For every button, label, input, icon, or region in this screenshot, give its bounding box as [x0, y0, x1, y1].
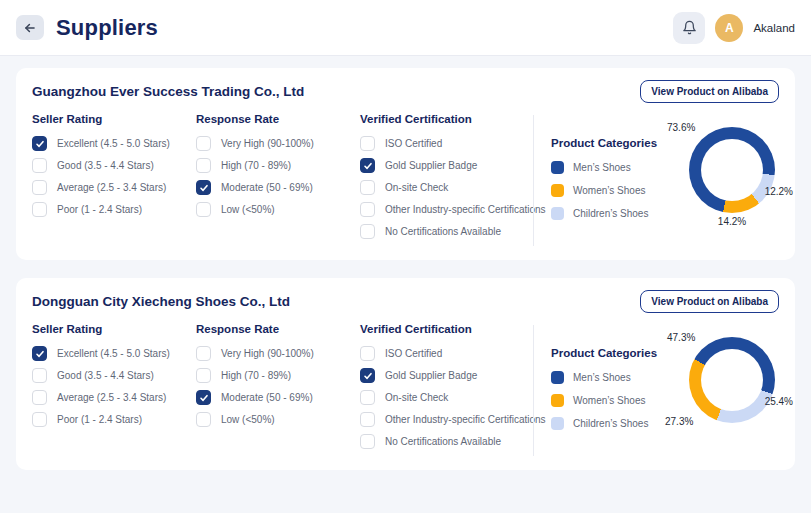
legend-label: Children’s Shoes [573, 208, 648, 219]
filter-option-no-certifications-available[interactable]: No Certifications Available [360, 434, 533, 449]
donut-ring [689, 127, 775, 213]
donut-percent-label-children-s-shoes: 25.4% [765, 396, 793, 407]
bell-icon [682, 20, 697, 35]
filter-option-iso-certified[interactable]: ISO Certified [360, 136, 533, 151]
checkbox-unchecked[interactable] [360, 434, 375, 449]
checkbox-unchecked[interactable] [196, 136, 211, 151]
checkbox-unchecked[interactable] [196, 346, 211, 361]
filter-option-label: Poor (1 - 2.4 Stars) [57, 204, 142, 215]
checkbox-unchecked[interactable] [32, 180, 47, 195]
supplier-name: Guangzhou Ever Success Trading Co., Ltd [32, 84, 304, 99]
checkbox-checked[interactable] [32, 346, 47, 361]
filter-option-excellent-4-5-5-0-stars[interactable]: Excellent (4.5 - 5.0 Stars) [32, 346, 196, 361]
filter-option-moderate-50-69[interactable]: Moderate (50 - 69%) [196, 390, 360, 405]
legend-title: Product Categories [551, 347, 674, 359]
filter-option-iso-certified[interactable]: ISO Certified [360, 346, 533, 361]
filter-option-excellent-4-5-5-0-stars[interactable]: Excellent (4.5 - 5.0 Stars) [32, 136, 196, 151]
filter-option-label: Average (2.5 - 3.4 Stars) [57, 392, 166, 403]
legend-label: Women’s Shoes [573, 395, 645, 406]
filter-option-poor-1-2-4-stars[interactable]: Poor (1 - 2.4 Stars) [32, 202, 196, 217]
checkbox-checked[interactable] [196, 390, 211, 405]
filter-option-label: On-site Check [385, 182, 448, 193]
legend-item-women-s-shoes: Women’s Shoes [551, 184, 674, 197]
checkbox-unchecked[interactable] [196, 368, 211, 383]
supplier-list: Guangzhou Ever Success Trading Co., Ltd … [0, 56, 811, 482]
checkbox-unchecked[interactable] [360, 202, 375, 217]
checkbox-checked[interactable] [360, 158, 375, 173]
filter-option-other-industry-specific-certifications[interactable]: Other Industry-specific Certifications [360, 202, 533, 217]
filter-option-gold-supplier-badge[interactable]: Gold Supplier Badge [360, 368, 533, 383]
top-bar: Suppliers A Akaland [0, 0, 811, 56]
product-categories-legend: Product Categories Men’s ShoesWomen’s Sh… [534, 323, 674, 440]
filter-option-high-70-89[interactable]: High (70 - 89%) [196, 158, 360, 173]
filter-option-label: Gold Supplier Badge [385, 370, 477, 381]
filter-option-on-site-check[interactable]: On-site Check [360, 180, 533, 195]
view-product-on-alibaba-button[interactable]: View Product on Alibaba [640, 80, 779, 103]
filter-option-high-70-89[interactable]: High (70 - 89%) [196, 368, 360, 383]
notifications-button[interactable] [673, 12, 705, 44]
checkbox-unchecked[interactable] [32, 158, 47, 173]
filter-option-label: Average (2.5 - 3.4 Stars) [57, 182, 166, 193]
filter-option-moderate-50-69[interactable]: Moderate (50 - 69%) [196, 180, 360, 195]
filter-group-seller-rating: Seller RatingExcellent (4.5 - 5.0 Stars)… [32, 113, 196, 224]
filter-option-label: No Certifications Available [385, 226, 501, 237]
filter-option-low-50[interactable]: Low (<50%) [196, 202, 360, 217]
product-categories-donut-chart: 73.6%12.2%14.2% [689, 127, 775, 213]
filter-option-on-site-check[interactable]: On-site Check [360, 390, 533, 405]
filter-option-label: Low (<50%) [221, 204, 275, 215]
filter-group-title: Response Rate [196, 323, 360, 335]
view-product-on-alibaba-button[interactable]: View Product on Alibaba [640, 290, 779, 313]
filter-option-label: High (70 - 89%) [221, 160, 291, 171]
legend-item-children-s-shoes: Children’s Shoes [551, 417, 674, 430]
chart-column: 47.3%25.4%27.3% [674, 323, 779, 423]
checkbox-unchecked[interactable] [360, 346, 375, 361]
filter-option-average-2-5-3-4-stars[interactable]: Average (2.5 - 3.4 Stars) [32, 180, 196, 195]
donut-percent-label-women-s-shoes: 27.3% [665, 416, 693, 427]
checkbox-unchecked[interactable] [360, 180, 375, 195]
filter-option-label: Moderate (50 - 69%) [221, 182, 313, 193]
filter-option-label: Other Industry-specific Certifications [385, 204, 546, 215]
filter-option-low-50[interactable]: Low (<50%) [196, 412, 360, 427]
legend-item-children-s-shoes: Children’s Shoes [551, 207, 674, 220]
filter-option-very-high-90-100[interactable]: Very High (90-100%) [196, 136, 360, 151]
filter-option-label: No Certifications Available [385, 436, 501, 447]
filter-option-very-high-90-100[interactable]: Very High (90-100%) [196, 346, 360, 361]
filter-group-response-rate: Response RateVery High (90-100%)High (70… [196, 113, 360, 224]
checkbox-unchecked[interactable] [196, 202, 211, 217]
filter-option-good-3-5-4-4-stars[interactable]: Good (3.5 - 4.4 Stars) [32, 368, 196, 383]
filter-option-average-2-5-3-4-stars[interactable]: Average (2.5 - 3.4 Stars) [32, 390, 196, 405]
filter-option-no-certifications-available[interactable]: No Certifications Available [360, 224, 533, 239]
supplier-card-header: Dongguan City Xiecheng Shoes Co., Ltd Vi… [32, 290, 779, 313]
checkbox-unchecked[interactable] [32, 202, 47, 217]
checkbox-unchecked[interactable] [32, 412, 47, 427]
donut-percent-label-men-s-shoes: 73.6% [667, 122, 695, 133]
filter-group-seller-rating: Seller RatingExcellent (4.5 - 5.0 Stars)… [32, 323, 196, 434]
check-icon [35, 139, 45, 149]
filter-option-gold-supplier-badge[interactable]: Gold Supplier Badge [360, 158, 533, 173]
checkbox-checked[interactable] [196, 180, 211, 195]
back-button[interactable] [16, 15, 44, 40]
filter-option-other-industry-specific-certifications[interactable]: Other Industry-specific Certifications [360, 412, 533, 427]
filter-option-good-3-5-4-4-stars[interactable]: Good (3.5 - 4.4 Stars) [32, 158, 196, 173]
filter-group-title: Seller Rating [32, 323, 196, 335]
donut-percent-label-children-s-shoes: 12.2% [765, 186, 793, 197]
user-avatar[interactable]: A [715, 14, 743, 42]
checkbox-unchecked[interactable] [196, 412, 211, 427]
filter-group-response-rate: Response RateVery High (90-100%)High (70… [196, 323, 360, 434]
checkbox-checked[interactable] [32, 136, 47, 151]
legend-swatch [551, 184, 564, 197]
checkbox-unchecked[interactable] [360, 224, 375, 239]
legend-label: Men’s Shoes [573, 162, 631, 173]
arrow-left-icon [23, 21, 37, 35]
checkbox-unchecked[interactable] [32, 368, 47, 383]
filter-option-poor-1-2-4-stars[interactable]: Poor (1 - 2.4 Stars) [32, 412, 196, 427]
checkbox-checked[interactable] [360, 368, 375, 383]
checkbox-unchecked[interactable] [360, 390, 375, 405]
checkbox-unchecked[interactable] [32, 390, 47, 405]
header-actions: A Akaland [673, 12, 795, 44]
legend-item-women-s-shoes: Women’s Shoes [551, 394, 674, 407]
checkbox-unchecked[interactable] [360, 136, 375, 151]
filter-option-label: Very High (90-100%) [221, 138, 314, 149]
checkbox-unchecked[interactable] [360, 412, 375, 427]
checkbox-unchecked[interactable] [196, 158, 211, 173]
